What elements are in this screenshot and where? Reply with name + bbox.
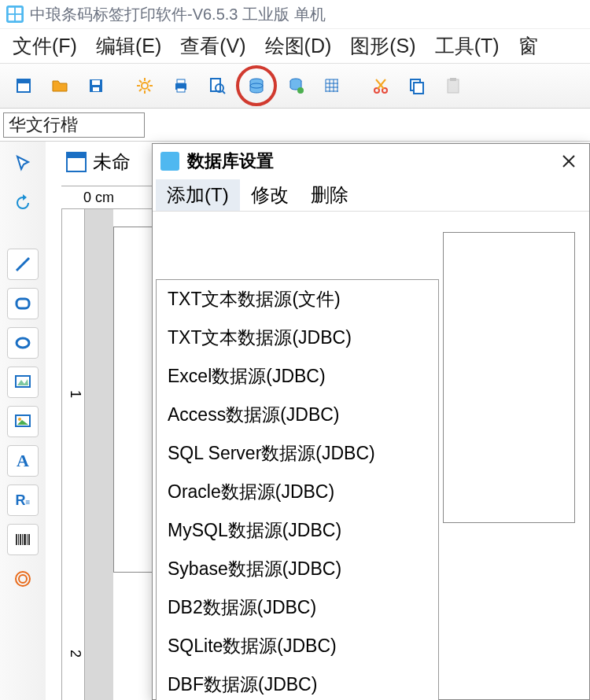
document-tab-label: 未命 [93, 149, 131, 175]
barcode-tool[interactable] [7, 524, 39, 555]
dialog-body: TXT文本数据源(文件) TXT文本数据源(JDBC) Excel数据源(JDB… [153, 212, 589, 699]
svg-rect-56 [24, 534, 26, 545]
dialog-titlebar[interactable]: 数据库设置 [153, 144, 589, 179]
cut-button[interactable] [363, 68, 398, 103]
document-icon [66, 152, 87, 172]
dd-mysql-jdbc[interactable]: MySQL数据源(JDBC) [157, 511, 438, 550]
grid-button[interactable] [315, 68, 349, 103]
menubar: 文件(F) 编辑(E) 查看(V) 绘图(D) 图形(S) 工具(T) 窗 [0, 28, 590, 63]
titlebar: 中琅条码标签打印软件-V6.5.3 工业版 单机 [0, 0, 590, 28]
paste-button[interactable] [436, 68, 470, 103]
menu-view[interactable]: 查看(V) [172, 30, 253, 62]
svg-rect-20 [177, 88, 185, 92]
svg-rect-54 [20, 534, 21, 545]
image-color-tool[interactable] [7, 406, 39, 437]
rounded-rect-tool[interactable] [7, 288, 39, 319]
svg-rect-57 [27, 534, 28, 545]
dd-access-jdbc[interactable]: Access数据源(JDBC) [157, 396, 438, 434]
dialog-title: 数据库设置 [187, 149, 548, 173]
pointer-tool[interactable] [7, 148, 39, 179]
dd-dbf-jdbc[interactable]: DBF数据源(JDBC) [157, 665, 438, 700]
svg-line-14 [139, 80, 142, 83]
line-tool[interactable] [7, 249, 39, 280]
svg-rect-8 [93, 87, 99, 91]
svg-rect-0 [9, 8, 14, 13]
toolbar [0, 63, 590, 109]
close-icon [562, 154, 576, 168]
svg-line-44 [17, 258, 29, 271]
dialog-menu-delete[interactable]: 删除 [300, 179, 360, 211]
ruler-v-tick-1: 1 [67, 390, 83, 398]
svg-line-23 [223, 91, 225, 94]
dialog-menu-edit[interactable]: 修改 [240, 179, 300, 211]
ruler-vertical: 1 2 [61, 209, 85, 700]
svg-line-15 [148, 89, 150, 91]
left-toolbox: A R≡ [0, 142, 46, 700]
svg-rect-55 [22, 534, 23, 545]
dialog-preview-panel [443, 232, 575, 523]
print-button[interactable] [164, 68, 198, 103]
dd-oracle-jdbc[interactable]: Oracle数据源(JDBC) [157, 473, 438, 511]
svg-point-59 [16, 572, 30, 586]
image-frame-tool[interactable] [7, 367, 39, 398]
database-button[interactable] [236, 65, 277, 106]
app-title: 中琅条码标签打印软件-V6.5.3 工业版 单机 [30, 4, 326, 25]
menu-tools[interactable]: 工具(T) [427, 30, 507, 62]
refresh-tool[interactable] [7, 187, 39, 219]
svg-rect-3 [16, 15, 21, 20]
dd-excel-jdbc[interactable]: Excel数据源(JDBC) [157, 357, 438, 396]
text-A-tool[interactable]: A [7, 445, 39, 477]
svg-point-27 [297, 87, 304, 94]
svg-rect-41 [414, 83, 423, 94]
svg-rect-53 [18, 534, 19, 545]
ellipse-tool[interactable] [7, 327, 39, 359]
svg-rect-58 [28, 534, 30, 545]
menu-edit[interactable]: 编辑(E) [88, 30, 169, 62]
dd-sqlite-jdbc[interactable]: SQLite数据源(JDBC) [157, 627, 438, 665]
ruler-v-tick-2: 2 [67, 650, 83, 658]
ruler-h-tick-0: 0 cm [83, 190, 114, 206]
add-datasource-dropdown: TXT文本数据源(文件) TXT文本数据源(JDBC) Excel数据源(JDB… [156, 279, 439, 700]
settings-button[interactable] [127, 68, 162, 103]
svg-rect-2 [9, 15, 14, 20]
svg-point-46 [17, 338, 29, 348]
dialog-icon [160, 152, 179, 171]
dd-sqlserver-jdbc[interactable]: SQL Server数据源(JDBC) [157, 434, 438, 473]
dialog-menu-add[interactable]: 添加(T) [156, 179, 240, 211]
svg-line-16 [139, 89, 142, 91]
svg-rect-5 [17, 79, 30, 83]
font-name-combo[interactable] [3, 112, 145, 138]
svg-rect-7 [92, 80, 100, 85]
menu-window[interactable]: 窗 [511, 30, 546, 62]
database-settings-dialog: 数据库设置 添加(T) 修改 删除 TXT文本数据源(文件) TXT文本数据源(… [152, 143, 590, 700]
fontbar [0, 109, 590, 142]
dd-sybase-jdbc[interactable]: Sybase数据源(JDBC) [157, 550, 438, 588]
app-icon [6, 6, 24, 23]
close-button[interactable] [556, 149, 581, 174]
open-button[interactable] [42, 68, 77, 103]
dd-txt-file[interactable]: TXT文本数据源(文件) [157, 280, 438, 319]
copy-button[interactable] [400, 68, 434, 103]
text-R-tool[interactable]: R≡ [7, 484, 39, 516]
menu-draw[interactable]: 绘图(D) [257, 30, 340, 62]
svg-rect-52 [16, 534, 17, 545]
new-button[interactable] [6, 68, 41, 103]
menu-shape[interactable]: 图形(S) [342, 30, 423, 62]
dd-txt-jdbc[interactable]: TXT文本数据源(JDBC) [157, 319, 438, 357]
svg-point-50 [18, 418, 21, 421]
svg-line-17 [148, 80, 150, 83]
qrcode-tool[interactable] [7, 563, 39, 595]
svg-rect-42 [448, 79, 459, 93]
svg-rect-19 [177, 79, 185, 83]
dialog-menubar: 添加(T) 修改 删除 [153, 179, 589, 212]
svg-point-60 [19, 575, 27, 583]
svg-rect-43 [450, 78, 456, 81]
save-button[interactable] [79, 68, 113, 103]
document-tab[interactable]: 未命 [66, 149, 131, 175]
menu-file[interactable]: 文件(F) [5, 30, 85, 62]
canvas-margin [85, 209, 113, 700]
db-connect-button[interactable] [278, 68, 313, 103]
dd-db2-jdbc[interactable]: DB2数据源(JDBC) [157, 588, 438, 627]
svg-point-9 [142, 83, 148, 89]
print-preview-button[interactable] [200, 68, 234, 103]
